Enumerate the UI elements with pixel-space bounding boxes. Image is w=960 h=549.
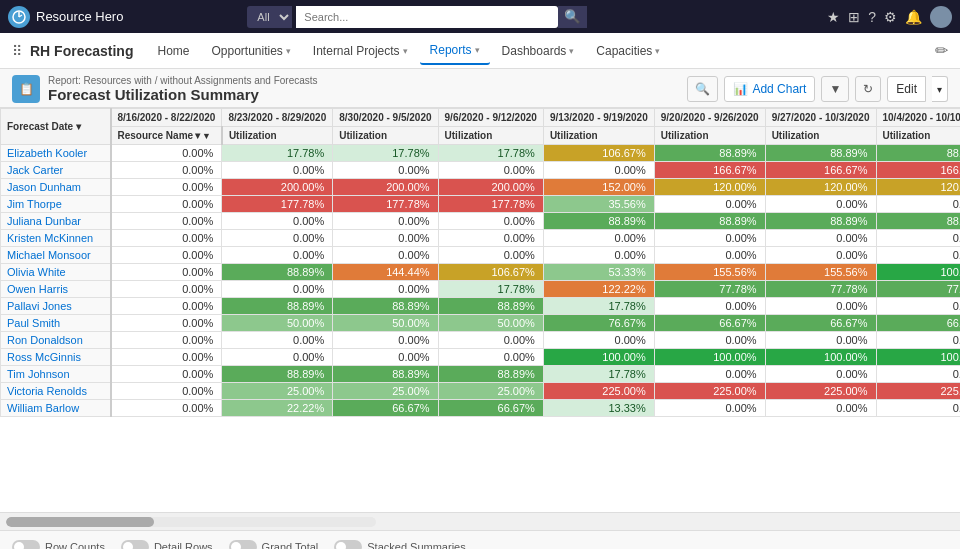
search-type-select[interactable]: All — [247, 6, 292, 28]
refresh-button[interactable]: ↻ — [855, 76, 881, 102]
resource-name-cell[interactable]: Pallavi Jones — [1, 298, 111, 315]
utilization-cell: 0.00% — [654, 400, 765, 417]
resource-name-cell[interactable]: Jim Thorpe — [1, 196, 111, 213]
resource-name-cell[interactable]: Elizabeth Kooler — [1, 145, 111, 162]
utilization-cell: 120.00% — [654, 179, 765, 196]
utilization-cell: 77.78% — [765, 281, 876, 298]
table-row: Pallavi Jones0.00%88.89%88.89%88.89%17.7… — [1, 298, 961, 315]
utilization-cell: 25.00% — [438, 383, 543, 400]
search-button[interactable]: 🔍 — [558, 6, 587, 28]
nav-item-capacities[interactable]: Capacities ▾ — [586, 38, 670, 64]
nav-grid-icon[interactable]: ⠿ — [12, 43, 22, 59]
utilization-cell: 0.00% — [543, 332, 654, 349]
utilization-cell: 0.00% — [543, 162, 654, 179]
utilization-cell: 88.89% — [222, 366, 333, 383]
report-actions: 🔍 📊 Add Chart ▼ ↻ Edit ▾ — [687, 76, 948, 102]
resource-name-cell[interactable]: Victoria Renolds — [1, 383, 111, 400]
utilization-cell: 0.00% — [111, 366, 222, 383]
utilization-cell: 0.00% — [111, 179, 222, 196]
help-icon[interactable]: ? — [868, 9, 876, 25]
avatar[interactable] — [930, 6, 952, 28]
table-row: Olivia White0.00%88.89%144.44%106.67%53.… — [1, 264, 961, 281]
resource-name-cell[interactable]: Ross McGinnis — [1, 349, 111, 366]
utilization-cell: 17.78% — [333, 145, 438, 162]
row-counts-toggle[interactable] — [12, 540, 40, 550]
utilization-cell: 88.89% — [222, 264, 333, 281]
resource-name-cell[interactable]: Juliana Dunbar — [1, 213, 111, 230]
app-logo: Resource Hero — [8, 6, 123, 28]
notifications-icon[interactable]: 🔔 — [905, 9, 922, 25]
scrollbar[interactable] — [6, 517, 376, 527]
settings-icon[interactable]: ⚙ — [884, 9, 897, 25]
table-row: Victoria Renolds0.00%25.00%25.00%25.00%2… — [1, 383, 961, 400]
nav-item-internal-projects[interactable]: Internal Projects ▾ — [303, 38, 418, 64]
chart-icon: 📊 — [733, 82, 748, 96]
scrollbar-thumb[interactable] — [6, 517, 154, 527]
resource-name-cell[interactable]: Owen Harris — [1, 281, 111, 298]
utilization-cell: 88.89% — [765, 145, 876, 162]
report-title-area: Report: Resources with / without Assignm… — [48, 75, 687, 103]
utilization-cell: 225.00% — [765, 383, 876, 400]
resource-name-cell[interactable]: William Barlow — [1, 400, 111, 417]
resource-name-cell[interactable]: Jack Carter — [1, 162, 111, 179]
top-bar: Resource Hero All 🔍 ★ ⊞ ? ⚙ 🔔 — [0, 0, 960, 33]
nav-item-opportunities[interactable]: Opportunities ▾ — [201, 38, 300, 64]
resource-name-cell[interactable]: Jason Dunham — [1, 179, 111, 196]
utilization-cell: 0.00% — [111, 264, 222, 281]
utilization-cell: 0.00% — [438, 349, 543, 366]
utilization-cell: 17.78% — [222, 145, 333, 162]
bottom-bar: Row Counts Detail Rows Grand Total Stack… — [0, 530, 960, 549]
edit-icon[interactable]: ✏ — [935, 41, 948, 60]
forecast-date-header[interactable]: Forecast Date ▾ — [1, 109, 111, 145]
grand-total-toggle[interactable] — [229, 540, 257, 550]
bookmarks-icon[interactable]: ★ — [827, 9, 840, 25]
utilization-cell: 88.89% — [543, 213, 654, 230]
util-sub-header-6: Utilization — [876, 127, 960, 145]
utilization-cell: 66.67% — [654, 315, 765, 332]
table-row: Jason Dunham0.00%200.00%200.00%200.00%15… — [1, 179, 961, 196]
utilization-cell: 122.22% — [543, 281, 654, 298]
search-input[interactable] — [296, 6, 558, 28]
table-row: Ron Donaldson0.00%0.00%0.00%0.00%0.00%0.… — [1, 332, 961, 349]
search-report-button[interactable]: 🔍 — [687, 76, 718, 102]
edit-caret-button[interactable]: ▾ — [932, 76, 948, 102]
resource-name-cell[interactable]: Olivia White — [1, 264, 111, 281]
utilization-cell: 106.67% — [438, 264, 543, 281]
report-header: 📋 Report: Resources with / without Assig… — [0, 69, 960, 108]
chevron-down-icon: ▾ — [475, 45, 480, 55]
utilization-cell: 0.00% — [765, 247, 876, 264]
utilization-cell: 0.00% — [654, 366, 765, 383]
horizontal-scroll-area[interactable] — [0, 512, 960, 530]
utilization-cell: 88.89% — [765, 213, 876, 230]
nav-item-home[interactable]: Home — [147, 38, 199, 64]
utilization-cell: 225.00% — [543, 383, 654, 400]
utilization-cell: 0.00% — [111, 281, 222, 298]
nav-item-dashboards[interactable]: Dashboards ▾ — [492, 38, 585, 64]
nav-item-reports[interactable]: Reports ▾ — [420, 37, 490, 65]
utilization-cell: 0.00% — [111, 196, 222, 213]
chevron-down-icon: ▾ — [569, 46, 574, 56]
table-container[interactable]: Forecast Date ▾8/16/2020 - 8/22/20208/23… — [0, 108, 960, 512]
utilization-cell: 0.00% — [876, 230, 960, 247]
utilization-cell: 0.00% — [438, 230, 543, 247]
stacked-summaries-toggle[interactable] — [334, 540, 362, 550]
table-row: Kristen McKinnen0.00%0.00%0.00%0.00%0.00… — [1, 230, 961, 247]
detail-rows-toggle[interactable] — [121, 540, 149, 550]
add-chart-button[interactable]: 📊 Add Chart — [724, 76, 815, 102]
table-row: Paul Smith0.00%50.00%50.00%50.00%76.67%6… — [1, 315, 961, 332]
resource-name-cell[interactable]: Ron Donaldson — [1, 332, 111, 349]
resource-name-cell[interactable]: Michael Monsoor — [1, 247, 111, 264]
report-title: Forecast Utilization Summary — [48, 86, 687, 103]
resource-name-cell[interactable]: Kristen McKinnen — [1, 230, 111, 247]
edit-button[interactable]: Edit — [887, 76, 926, 102]
filter-button[interactable]: ▼ — [821, 76, 849, 102]
grand-total-label: Grand Total — [262, 541, 319, 550]
resource-name-cell[interactable]: Tim Johnson — [1, 366, 111, 383]
resource-name-header[interactable]: Resource Name▾▼ — [111, 127, 222, 145]
utilization-cell: 0.00% — [222, 230, 333, 247]
utilization-cell: 0.00% — [438, 213, 543, 230]
utilization-cell: 0.00% — [333, 247, 438, 264]
table-row: William Barlow0.00%22.22%66.67%66.67%13.… — [1, 400, 961, 417]
grid-icon[interactable]: ⊞ — [848, 9, 860, 25]
resource-name-cell[interactable]: Paul Smith — [1, 315, 111, 332]
